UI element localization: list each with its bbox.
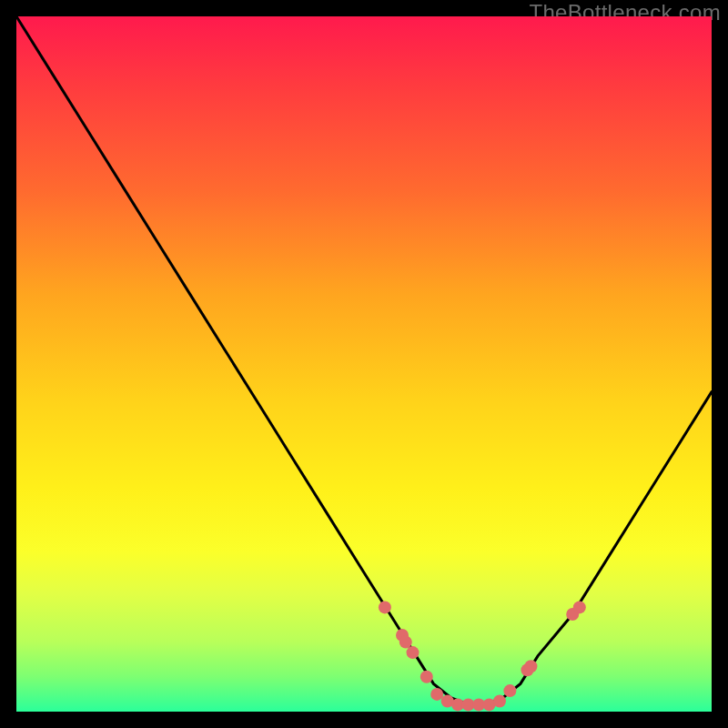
chart-frame: TheBottleneck.com (0, 0, 728, 728)
sample-point (493, 695, 506, 708)
sample-point (503, 684, 516, 697)
sample-point (399, 636, 412, 649)
bottleneck-curve (16, 16, 712, 704)
sample-point (420, 671, 433, 683)
sample-point (573, 601, 586, 613)
sample-point (524, 660, 537, 672)
curve-svg (16, 16, 712, 712)
sample-point (379, 601, 391, 613)
sample-point (430, 688, 443, 701)
sample-point (407, 646, 420, 659)
plot-area (16, 16, 712, 712)
sample-points-group (379, 601, 586, 711)
